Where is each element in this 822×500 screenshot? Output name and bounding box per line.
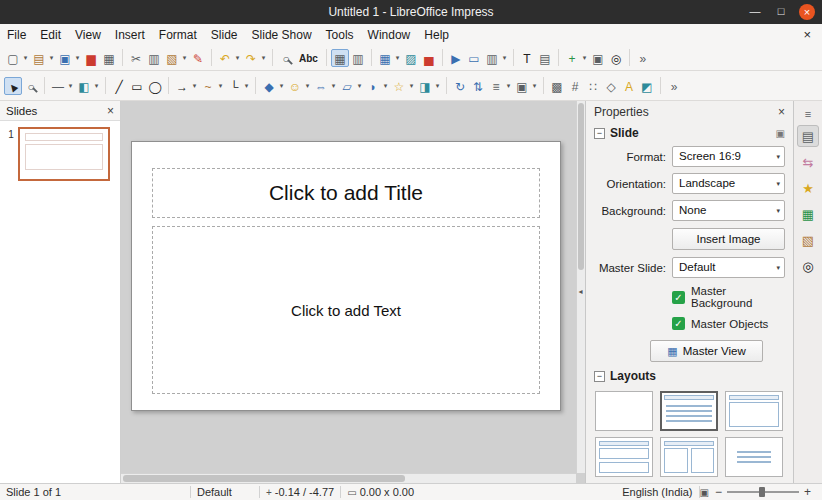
flowchart-shapes-icon[interactable]: ▱ bbox=[338, 77, 356, 95]
cut-icon[interactable]: ✂ bbox=[127, 49, 145, 67]
block-arrows-dropdown-icon[interactable]: ▾ bbox=[329, 82, 338, 90]
display-grid-icon[interactable]: ▦ bbox=[331, 49, 349, 67]
fontwork-icon[interactable]: A bbox=[620, 77, 638, 95]
find-replace-icon[interactable]: ○ bbox=[277, 49, 295, 67]
connector-tool-icon[interactable]: └ bbox=[225, 77, 243, 95]
clone-formatting-icon[interactable]: ✎ bbox=[189, 49, 207, 67]
insert-image-button[interactable]: Insert Image bbox=[672, 228, 785, 250]
layout-blank[interactable] bbox=[595, 391, 653, 431]
flowchart-dropdown-icon[interactable]: ▾ bbox=[355, 82, 364, 90]
edit-points-icon[interactable]: ∷ bbox=[584, 77, 602, 95]
navigator-icon[interactable]: ◎ bbox=[607, 49, 625, 67]
menu-slide-show[interactable]: Slide Show bbox=[245, 25, 319, 45]
curve-dropdown-icon[interactable]: ▾ bbox=[216, 82, 225, 90]
zoom-out-icon[interactable]: − bbox=[712, 485, 725, 499]
save-icon[interactable]: ▣ bbox=[56, 49, 74, 67]
master-background-checkbox[interactable]: ✓ bbox=[672, 291, 685, 304]
undo-icon[interactable]: ↶ bbox=[216, 49, 234, 67]
snap-guides-icon[interactable]: ▥ bbox=[349, 49, 367, 67]
block-arrows-icon[interactable]: ⇔ bbox=[312, 77, 330, 95]
slide-dialog-launcher-icon[interactable]: ▣ bbox=[776, 128, 785, 139]
layout-title-content-box[interactable] bbox=[725, 391, 783, 431]
ellipse-tool-icon[interactable]: ◯ bbox=[146, 77, 164, 95]
paste-icon[interactable]: ▧ bbox=[163, 49, 181, 67]
shadow-icon[interactable]: ▩ bbox=[548, 77, 566, 95]
menu-file[interactable]: File bbox=[0, 25, 33, 45]
rotate-tool-icon[interactable]: ↻ bbox=[451, 77, 469, 95]
stars-dropdown-icon[interactable]: ▾ bbox=[407, 82, 416, 90]
new-document-dropdown-icon[interactable]: ▾ bbox=[21, 54, 30, 62]
close-document-icon[interactable]: × bbox=[792, 27, 822, 42]
fit-slide-icon[interactable]: ▣ bbox=[700, 487, 709, 498]
layout-title-two-content[interactable] bbox=[660, 437, 718, 477]
master-slides-deck-icon[interactable]: ▦ bbox=[797, 203, 819, 225]
title-placeholder[interactable]: Click to add Title bbox=[152, 168, 540, 218]
menu-format[interactable]: Format bbox=[152, 25, 204, 45]
minimize-button-icon[interactable]: — bbox=[747, 4, 763, 20]
format-select[interactable]: Screen 16:9▾ bbox=[672, 146, 785, 167]
toolbar-overflow-icon[interactable]: » bbox=[634, 49, 652, 67]
slide-properties-icon[interactable]: ▣ bbox=[589, 49, 607, 67]
slide-section-expander-icon[interactable]: − bbox=[594, 128, 605, 139]
menu-view[interactable]: View bbox=[68, 25, 108, 45]
slide-thumbnail[interactable] bbox=[18, 127, 110, 181]
sidebar-settings-icon[interactable]: ≡ bbox=[797, 105, 819, 121]
arrange-objects-icon[interactable]: ▣ bbox=[513, 77, 531, 95]
open-icon[interactable]: ▤ bbox=[30, 49, 48, 67]
line-style-icon[interactable]: — bbox=[49, 77, 67, 95]
insert-chart-icon[interactable]: ▅ bbox=[420, 49, 438, 67]
insert-text-box-icon[interactable]: T bbox=[518, 49, 536, 67]
lines-arrows-dropdown-icon[interactable]: ▾ bbox=[190, 82, 199, 90]
basic-shapes-icon[interactable]: ◆ bbox=[260, 77, 278, 95]
menu-help[interactable]: Help bbox=[417, 25, 456, 45]
rectangle-tool-icon[interactable]: ▭ bbox=[128, 77, 146, 95]
language-status[interactable]: English (India) bbox=[616, 486, 698, 498]
fill-color-icon[interactable]: ◧ bbox=[75, 77, 93, 95]
insert-table-icon[interactable]: ▦ bbox=[376, 49, 394, 67]
master-view-button[interactable]: ▦ Master View bbox=[650, 340, 763, 362]
symbol-shapes-dropdown-icon[interactable]: ▾ bbox=[303, 82, 312, 90]
star-shapes-icon[interactable]: ☆ bbox=[390, 77, 408, 95]
new-document-icon[interactable]: ▢ bbox=[4, 49, 22, 67]
properties-close-icon[interactable]: × bbox=[778, 105, 785, 119]
slide-transition-deck-icon[interactable]: ⇆ bbox=[797, 151, 819, 173]
layout-two-content-rows[interactable] bbox=[595, 437, 653, 477]
presentation-display-icon[interactable]: ▭ bbox=[465, 49, 483, 67]
insert-line-icon[interactable]: ╱ bbox=[110, 77, 128, 95]
redo-dropdown-icon[interactable]: ▾ bbox=[259, 54, 268, 62]
crop-image-icon[interactable]: # bbox=[566, 77, 584, 95]
undo-dropdown-icon[interactable]: ▾ bbox=[233, 54, 242, 62]
toggle-extrusion-icon[interactable]: ◩ bbox=[638, 77, 656, 95]
insert-image-icon[interactable]: ▨ bbox=[402, 49, 420, 67]
copy-icon[interactable]: ▥ bbox=[145, 49, 163, 67]
paste-dropdown-icon[interactable]: ▾ bbox=[180, 54, 189, 62]
zoom-slider-thumb[interactable] bbox=[759, 487, 765, 497]
master-slide-select[interactable]: Default▾ bbox=[672, 257, 785, 278]
spelling-icon[interactable]: Abc bbox=[295, 49, 322, 67]
new-slide-icon[interactable]: + bbox=[563, 49, 581, 67]
start-slideshow-icon[interactable]: ▶ bbox=[447, 49, 465, 67]
master-objects-checkbox[interactable]: ✓ bbox=[672, 317, 685, 330]
glue-points-icon[interactable]: ◇ bbox=[602, 77, 620, 95]
curve-tool-icon[interactable]: ~ bbox=[199, 77, 217, 95]
text-placeholder[interactable]: Click to add Text bbox=[152, 226, 540, 394]
slides-panel-close-icon[interactable]: × bbox=[107, 104, 114, 118]
print-icon[interactable]: ▦ bbox=[100, 49, 118, 67]
save-dropdown-icon[interactable]: ▾ bbox=[73, 54, 82, 62]
open-dropdown-icon[interactable]: ▾ bbox=[47, 54, 56, 62]
zoom-in-icon[interactable]: + bbox=[801, 485, 814, 499]
slide-canvas[interactable]: Click to add Title Click to add Text bbox=[131, 141, 561, 411]
3d-objects-dropdown-icon[interactable]: ▾ bbox=[433, 82, 442, 90]
orientation-select[interactable]: Landscape▾ bbox=[672, 173, 785, 194]
properties-deck-icon[interactable]: ▤ bbox=[797, 125, 819, 147]
vertical-scrollbar-thumb[interactable] bbox=[578, 103, 584, 270]
header-footer-icon[interactable]: ▤ bbox=[536, 49, 554, 67]
lines-arrows-icon[interactable]: → bbox=[173, 77, 191, 95]
zoom-slider[interactable] bbox=[727, 491, 799, 493]
menu-insert[interactable]: Insert bbox=[108, 25, 152, 45]
maximize-button-icon[interactable]: □ bbox=[773, 4, 789, 20]
3d-objects-icon[interactable]: ◨ bbox=[416, 77, 434, 95]
horizontal-scrollbar[interactable] bbox=[121, 473, 576, 483]
basic-shapes-dropdown-icon[interactable]: ▾ bbox=[277, 82, 286, 90]
slide-section-header[interactable]: − Slide ▣ bbox=[586, 123, 793, 143]
